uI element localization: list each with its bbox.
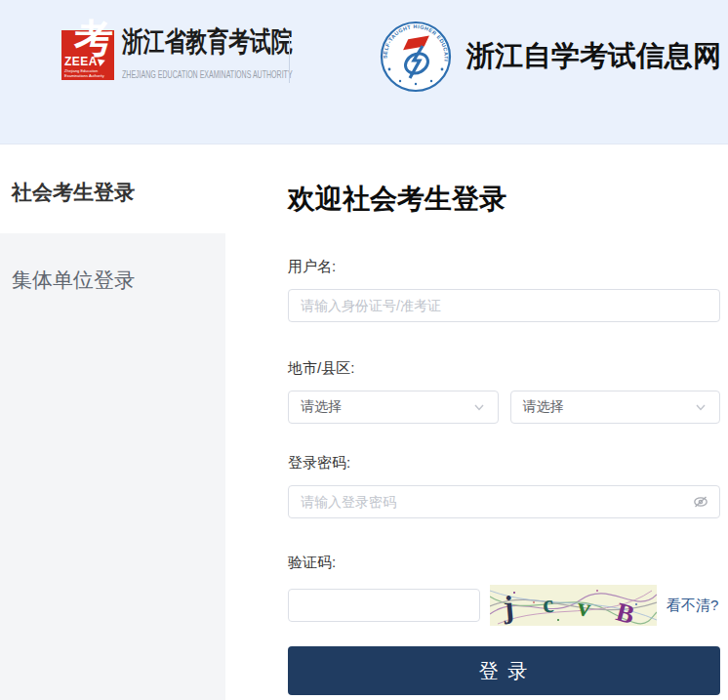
chevron-down-icon: [694, 400, 708, 414]
login-form: 欢迎社会考生登录 用户名: 地市/县区: 请选择 请选择: [225, 144, 720, 700]
password-label: 登录密码:: [288, 455, 720, 470]
tab-collective-unit-login[interactable]: 集体单位登录: [0, 233, 225, 294]
captcha-label: 验证码:: [288, 555, 720, 569]
username-field-group: 用户名:: [288, 259, 720, 322]
page-content: 社会考生登录 集体单位登录 欢迎社会考生登录 用户名: 地市/县区: 请选择 请…: [0, 144, 728, 700]
org-subtitle: ZHEJIANG EDUCATION EXAMINATIONS AUTHORIT…: [122, 68, 293, 80]
org-title: 浙江省教育考试院: [122, 23, 330, 61]
zeea-acronym: ZEEA: [64, 55, 98, 68]
site-header: 考 ZEEA Zhejiang Education Examinations A…: [0, 0, 728, 144]
username-label: 用户名:: [288, 259, 720, 273]
district-select-value: 请选择: [523, 398, 564, 416]
kao-character: 考: [74, 20, 113, 59]
region-field-group: 地市/县区: 请选择 请选择: [288, 360, 720, 424]
login-type-sidebar: 社会考生登录 集体单位登录: [0, 144, 225, 700]
zeea-logo-subtext: Zhejiang Education Examinations Authorit…: [64, 69, 109, 78]
password-input[interactable]: [288, 485, 720, 518]
chevron-down-icon: [472, 400, 486, 414]
self-study-exam-seal-icon: SELF-TAUGHT HIGHER EDUCATION EXAMINATION…: [379, 20, 453, 94]
captcha-image: j c v B: [490, 585, 657, 626]
captcha-refresh-link[interactable]: 看不清?: [667, 597, 718, 615]
zeea-logo: 考 ZEEA Zhejiang Education Examinations A…: [61, 30, 114, 80]
city-select-value: 请选择: [301, 398, 342, 416]
eye-off-icon[interactable]: [692, 493, 709, 511]
site-title: 浙江自学考试信息网: [466, 37, 721, 76]
district-select[interactable]: 请选择: [510, 391, 721, 424]
region-label: 地市/县区:: [288, 360, 720, 375]
city-select[interactable]: 请选择: [288, 391, 499, 424]
header-divider: [289, 36, 290, 83]
password-field-group: 登录密码:: [288, 455, 720, 518]
username-input[interactable]: [288, 289, 720, 322]
zeea-arrow-icon: [98, 57, 106, 66]
org-brand: 浙江省教育考试院 ZHEJIANG EDUCATION EXAMINATIONS…: [122, 23, 388, 80]
tab-social-candidate-login[interactable]: 社会考生登录: [0, 144, 225, 206]
login-button[interactable]: 登 录: [288, 646, 720, 695]
form-title: 欢迎社会考生登录: [288, 185, 720, 213]
captcha-input[interactable]: [288, 589, 480, 622]
captcha-field-group: 验证码: j c: [288, 555, 720, 626]
